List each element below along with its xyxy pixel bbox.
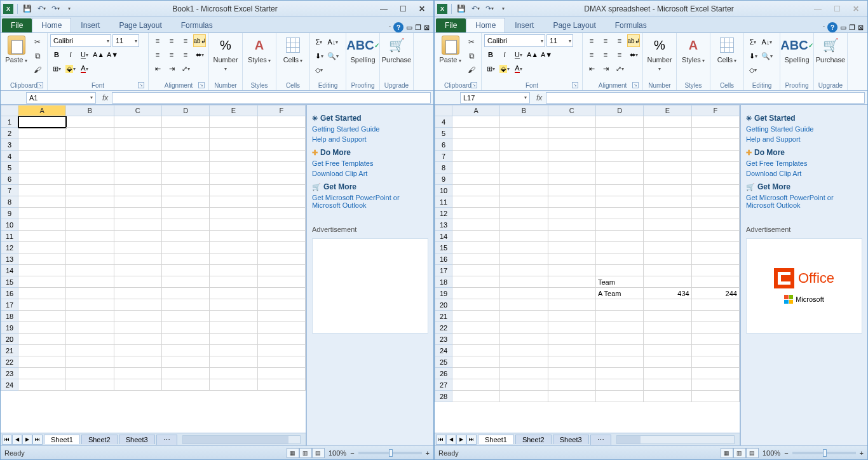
cell-B14[interactable]: [66, 265, 114, 276]
sheet-tab-Sheet3[interactable]: Sheet3: [119, 435, 155, 444]
cell-C10[interactable]: [114, 219, 162, 231]
cell-F7[interactable]: [692, 151, 740, 162]
insert-tab[interactable]: Insert: [505, 18, 543, 32]
font-size-combo[interactable]: 11: [546, 34, 573, 47]
tab-nav-next[interactable]: ▶: [22, 435, 32, 445]
cell-E26[interactable]: [644, 368, 691, 379]
cell-B17[interactable]: [500, 265, 548, 276]
cell-D21[interactable]: [596, 311, 644, 322]
clipboard-launcher[interactable]: ↘: [37, 82, 43, 88]
zoom-level[interactable]: 100%: [763, 449, 780, 457]
cell-B19[interactable]: [500, 288, 548, 299]
cell-A7[interactable]: [18, 185, 66, 196]
row-header-11[interactable]: 11: [435, 196, 452, 208]
mdi-minimize[interactable]: ▭: [840, 24, 846, 32]
orientation[interactable]: ⤢▾: [179, 62, 192, 75]
cell-C22[interactable]: [114, 356, 162, 368]
cells-button[interactable]: Cells ▾: [279, 34, 307, 64]
copy-button[interactable]: ⧉: [465, 50, 478, 62]
cell-A19[interactable]: [452, 288, 500, 299]
cell-F4[interactable]: [692, 116, 740, 128]
cell-D25[interactable]: [596, 356, 644, 368]
cell-C22[interactable]: [548, 322, 596, 334]
borders-button[interactable]: ⊞▾: [50, 62, 63, 75]
format-painter-button[interactable]: 🖌: [31, 64, 44, 76]
grow-font-button[interactable]: A▲: [526, 48, 539, 61]
cell-D4[interactable]: [596, 116, 644, 128]
sheet-tab-Sheet2[interactable]: Sheet2: [81, 435, 118, 444]
spelling-button[interactable]: ABC✓Spelling: [783, 34, 811, 64]
help-support-link[interactable]: Help and Support: [746, 135, 862, 143]
cell-D22[interactable]: [596, 322, 644, 334]
tab-nav-last[interactable]: ⏭: [32, 435, 43, 445]
cell-F5[interactable]: [692, 128, 740, 139]
cell-C13[interactable]: [114, 254, 162, 265]
format-painter-button[interactable]: 🖌: [465, 64, 478, 76]
autosum[interactable]: Σ▾: [313, 36, 325, 48]
view-normal[interactable]: ▦: [287, 448, 299, 458]
merge-center[interactable]: ⬌▾: [627, 48, 640, 61]
cell-D17[interactable]: [596, 265, 644, 276]
horizontal-scrollbar[interactable]: [616, 435, 735, 444]
cell-C18[interactable]: [548, 276, 596, 288]
grow-font-button[interactable]: A▲: [92, 48, 105, 61]
tab-nav-next[interactable]: ▶: [456, 435, 466, 445]
font-launcher[interactable]: ↘: [138, 82, 144, 88]
font-name-combo[interactable]: Calibri: [50, 34, 111, 47]
cell-D11[interactable]: [162, 231, 210, 242]
cell-E5[interactable]: [210, 162, 257, 173]
cell-A19[interactable]: [18, 322, 66, 334]
cell-B14[interactable]: [500, 231, 548, 242]
row-header-23[interactable]: 23: [1, 368, 18, 379]
row-header-7[interactable]: 7: [435, 151, 452, 162]
cell-F2[interactable]: [258, 128, 306, 139]
cell-D8[interactable]: [162, 196, 210, 208]
cell-D7[interactable]: [162, 185, 210, 196]
cell-B5[interactable]: [500, 128, 548, 139]
fill-button[interactable]: ⬇▾: [313, 50, 325, 62]
cell-C24[interactable]: [548, 345, 596, 356]
cell-D14[interactable]: [162, 265, 210, 276]
underline-button[interactable]: U▾: [512, 48, 525, 61]
cell-E8[interactable]: [210, 196, 257, 208]
getting-started-link[interactable]: Getting Started Guide: [746, 125, 862, 133]
cell-C7[interactable]: [114, 185, 162, 196]
cell-E13[interactable]: [644, 219, 691, 231]
cell-C12[interactable]: [114, 242, 162, 254]
cell-A11[interactable]: [18, 231, 66, 242]
cell-B22[interactable]: [66, 356, 114, 368]
cell-E21[interactable]: [210, 345, 257, 356]
cell-B7[interactable]: [500, 151, 548, 162]
cell-E28[interactable]: [644, 391, 691, 402]
italic-button[interactable]: I: [64, 48, 77, 61]
clipart-link[interactable]: Download Clip Art: [746, 170, 862, 177]
cell-E4[interactable]: [644, 116, 691, 128]
cell-E18[interactable]: [644, 276, 691, 288]
qat-redo[interactable]: ↷▾: [484, 3, 495, 15]
cell-F22[interactable]: [258, 356, 306, 368]
cell-C12[interactable]: [548, 208, 596, 219]
row-header-7[interactable]: 7: [1, 185, 18, 196]
cell-D11[interactable]: [596, 196, 644, 208]
cell-F24[interactable]: [692, 345, 740, 356]
cell-B25[interactable]: [500, 356, 548, 368]
cell-C15[interactable]: [548, 242, 596, 254]
help-icon[interactable]: ?: [393, 22, 403, 32]
cell-E23[interactable]: [210, 368, 257, 379]
row-header-17[interactable]: 17: [1, 299, 18, 311]
cell-D27[interactable]: [596, 379, 644, 391]
cell-A4[interactable]: [452, 116, 500, 128]
wrap-text[interactable]: ab↲: [193, 34, 206, 47]
cell-C24[interactable]: [114, 379, 162, 391]
cell-A16[interactable]: [18, 288, 66, 299]
cell-C8[interactable]: [114, 196, 162, 208]
cell-B16[interactable]: [500, 254, 548, 265]
row-header-18[interactable]: 18: [1, 311, 18, 322]
cell-F25[interactable]: [692, 356, 740, 368]
row-header-16[interactable]: 16: [435, 254, 452, 265]
number-format[interactable]: %Number ▾: [646, 34, 674, 72]
col-header-B[interactable]: B: [66, 105, 114, 116]
new-sheet-tab[interactable]: ⋯: [590, 435, 611, 445]
mdi-close[interactable]: ⊠: [858, 24, 864, 32]
cell-E17[interactable]: [644, 265, 691, 276]
